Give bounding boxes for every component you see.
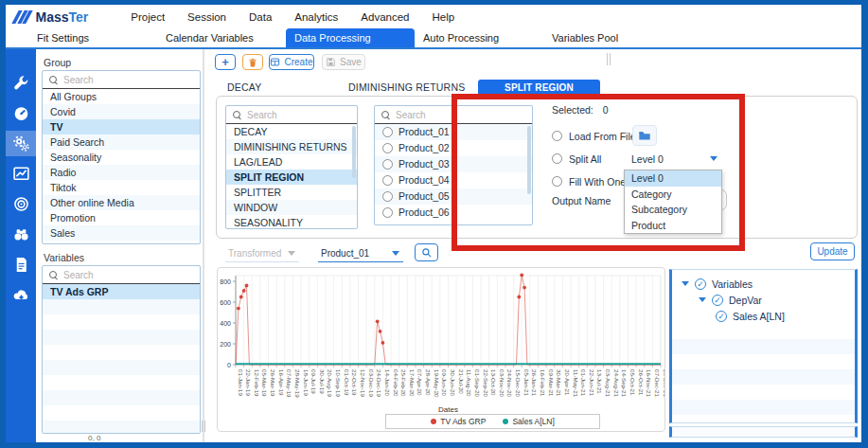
dropdown-option-level-0[interactable]: Level 0 [625,170,721,187]
svg-text:12-Feb-19: 12-Feb-19 [254,369,260,397]
sidebar-target-button[interactable] [6,191,36,217]
transform-tab-diminishing-returns[interactable]: DIMINISHING RETURNS [348,81,465,93]
product-item-product-01[interactable]: Product_01 [375,124,532,140]
transformation-item-split-region[interactable]: SPLIT REGION [226,170,357,185]
group-item-radio[interactable]: Radio [43,165,200,180]
group-item-tiktok[interactable]: Tiktok [43,180,200,195]
product-checkbox[interactable] [382,207,393,218]
tree-item-variables[interactable]: ✓Variables [672,276,855,292]
split-all-checkbox[interactable]: Split All [552,152,601,166]
product-checkbox[interactable] [382,191,393,202]
menu-data[interactable]: Data [249,11,272,23]
tab-fit-settings[interactable]: Fit Settings [28,28,157,47]
transformation-item-window[interactable]: WINDOW [226,200,357,215]
product-item-product-04[interactable]: Product_04 [375,172,532,188]
product-scrollbar[interactable] [527,126,531,194]
dropdown-option-product[interactable]: Product [625,218,721,234]
menu-help[interactable]: Help [432,11,454,23]
chevron-down-icon [710,156,717,161]
delete-button[interactable] [242,54,263,70]
load-file-button[interactable] [632,125,657,146]
splitter-grip[interactable] [607,53,608,65]
chart-product-combobox[interactable]: Product_01 [318,245,403,262]
group-item-sales[interactable]: Sales [43,225,200,241]
transformation-item-decay[interactable]: DECAY [226,124,357,139]
product-checkbox[interactable] [382,159,393,170]
checked-checkbox-icon[interactable]: ✓ [712,295,723,306]
svg-text:03-Dec-19: 03-Dec-19 [368,369,375,397]
product-search[interactable]: Search [375,106,532,124]
tab-calendar-variables[interactable]: Calendar Variables [157,28,286,47]
checked-checkbox-icon[interactable]: ✓ [716,311,727,322]
menu-analytics[interactable]: Analytics [294,11,338,23]
tree-item-depvar[interactable]: ✓DepVar [672,292,855,308]
tree-item-sales-a-ln[interactable]: ✓Sales A[LN] [672,308,855,324]
svg-text:09-Jun-20: 09-Jun-20 [441,369,448,396]
transform-tab-split-region[interactable]: SPLIT REGION [478,80,600,97]
transformation-item-splitter[interactable]: SPLITTER [226,185,357,200]
group-item-covid[interactable]: Covid [43,104,200,119]
group-item-seasonality[interactable]: Seasonality [43,150,200,165]
tab-variables-pool[interactable]: Variables Pool [543,28,672,47]
transformation-search[interactable]: Search [226,106,357,124]
transform-tab-decay[interactable]: DECAY [227,81,261,93]
product-checkbox[interactable] [382,143,393,153]
tree-expander-icon[interactable] [682,281,689,286]
sidebar-upload-button[interactable] [6,282,36,308]
checked-checkbox-icon[interactable]: ✓ [695,278,706,290]
svg-text:01-Oct-19: 01-Oct-19 [344,369,350,396]
variables-search[interactable]: Search [43,266,200,284]
save-button[interactable]: Save [322,54,365,70]
sidebar-wrench-button[interactable] [6,70,36,96]
chart-zoom-button[interactable] [415,243,438,261]
fill-with-one-checkbox[interactable]: Fill With One [552,174,626,188]
product-checkbox[interactable] [382,127,393,137]
group-item-tv[interactable]: TV [43,119,200,134]
dropdown-option-category[interactable]: Category [625,187,721,203]
group-search[interactable]: Search [43,71,200,89]
transformation-item-diminishing-returns[interactable]: DIMINISHING RETURNS [226,139,357,154]
tab-data-processing[interactable]: Data Processing [286,28,415,47]
splitter-grip[interactable] [610,53,611,65]
sidebar-dashboard-button[interactable] [6,100,36,126]
group-item-other-online-media[interactable]: Other online Media [43,195,200,210]
svg-text:26-Mar-19: 26-Mar-19 [270,369,276,397]
panel-splitter[interactable] [203,49,204,442]
group-item-promotion[interactable]: Promotion [43,210,200,225]
product-item-product-03[interactable]: Product_03 [375,156,532,172]
variable-item-tv-ads-grp[interactable]: TV Ads GRP [43,284,200,299]
transformed-combobox[interactable]: Transformed [225,245,299,262]
sidebar-document-button[interactable] [6,252,36,278]
sidebar-binoculars-button[interactable] [6,222,36,247]
product-item-product-02[interactable]: Product_02 [375,140,532,156]
checkbox-circle [552,153,562,164]
sidebar-gears-button[interactable] [6,131,36,156]
window-frame-right [861,0,868,448]
menu-advanced[interactable]: Advanced [361,11,409,23]
splitter-grip[interactable] [202,421,203,432]
group-item-paid-search[interactable]: Paid Search [43,134,200,150]
product-checkbox[interactable] [382,175,393,186]
transformation-scrollbar[interactable] [352,126,356,178]
svg-text:01-Jun-21: 01-Jun-21 [580,369,587,396]
menu-session[interactable]: Session [187,11,226,23]
transformation-search-placeholder: Search [247,110,277,120]
transformation-item-seasonality[interactable]: SEASONALITY [226,215,357,229]
create-button[interactable]: Create [269,54,314,70]
transformation-item-lag-lead[interactable]: LAG/LEAD [226,154,357,170]
add-button[interactable]: + [215,54,236,70]
sidebar-chart-button[interactable] [6,161,36,187]
main-tabbar: Fit SettingsCalendar VariablesData Proce… [6,28,861,47]
product-item-product-05[interactable]: Product_05 [375,188,532,205]
update-button[interactable]: Update [810,242,855,260]
tree-expander-icon[interactable] [699,297,706,302]
split-level-combobox[interactable]: Level 0 [627,150,721,168]
group-item-all-groups[interactable]: All Groups [43,89,200,104]
load-from-file-checkbox[interactable]: Load From File [552,129,636,143]
splitter-grip[interactable] [204,421,205,432]
tab-auto-processing[interactable]: Auto Processing [415,28,543,47]
product-item-product-06[interactable]: Product_06 [375,205,532,221]
menu-project[interactable]: Project [131,11,165,23]
chevron-down-icon [288,251,295,256]
dropdown-option-subcategory[interactable]: Subcategory [625,202,721,218]
